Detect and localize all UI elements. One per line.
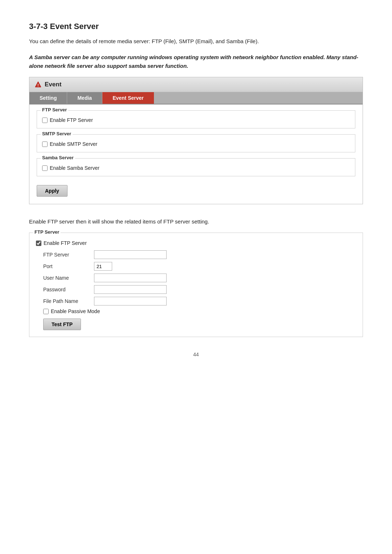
ftp-passive-checkbox[interactable] (43, 309, 49, 314)
smtp-enable-checkbox[interactable] (42, 141, 48, 147)
samba-enable-label: Enable Samba Server (50, 165, 99, 171)
samba-server-group-title: Samba Server (41, 155, 75, 160)
ftp-expanded-enable-checkbox[interactable] (36, 241, 41, 246)
event-body: FTP Server Enable FTP Server SMTP Server… (29, 104, 363, 204)
ftp-port-row: Port (43, 262, 356, 271)
ftp-port-label: Port (43, 263, 94, 269)
event-icon: ! (34, 81, 42, 88)
ftp-enable-row: Enable FTP Server (42, 117, 350, 123)
ftp-server-row: FTP Server (43, 250, 356, 259)
smtp-enable-row: Enable SMTP Server (42, 141, 350, 147)
ftp-expanded-enable-row: Enable FTP Server (36, 240, 356, 246)
ftp-server-input[interactable] (94, 250, 167, 259)
smtp-server-group-title: SMTP Server (41, 131, 73, 136)
ftp-enable-label: Enable FTP Server (50, 117, 93, 123)
ftp-fields: FTP Server Port User Name Password File … (36, 250, 356, 305)
apply-button[interactable]: Apply (37, 185, 68, 197)
ftp-password-label: Password (43, 287, 94, 292)
test-ftp-button[interactable]: Test FTP (43, 319, 81, 330)
ftp-port-input[interactable] (94, 262, 112, 271)
samba-enable-row: Enable Samba Server (42, 165, 350, 171)
ftp-password-row: Password (43, 285, 356, 294)
ftp-enable-checkbox[interactable] (42, 118, 48, 123)
page-title: 3-7-3 Event Server (29, 22, 363, 31)
tab-media[interactable]: Media (67, 92, 102, 104)
ftp-username-label: User Name (43, 275, 94, 281)
ftp-expanded-title: FTP Server (33, 229, 61, 235)
event-panel-header: ! Event (29, 77, 363, 92)
smtp-enable-label: Enable SMTP Server (50, 141, 97, 147)
ftp-expanded-enable-label: Enable FTP Server (44, 240, 87, 246)
ftp-server-group: FTP Server Enable FTP Server (37, 110, 355, 128)
samba-enable-checkbox[interactable] (42, 165, 48, 171)
ftp-filepath-input[interactable] (94, 297, 167, 305)
ftp-server-group-title: FTP Server (41, 107, 68, 112)
tab-event-server[interactable]: Event Server (102, 92, 154, 104)
ftp-passive-row: Enable Passive Mode (43, 308, 356, 314)
ftp-filepath-row: File Path Name (43, 297, 356, 305)
ftp-filepath-label: File Path Name (43, 298, 94, 304)
event-panel: ! Event Setting Media Event Server FTP S… (29, 77, 363, 204)
ftp-username-row: User Name (43, 274, 356, 282)
between-text: Enable FTP server then it will show the … (29, 217, 363, 226)
page-number: 44 (29, 352, 363, 357)
ftp-username-input[interactable] (94, 274, 167, 282)
ftp-password-input[interactable] (94, 285, 167, 294)
svg-text:!: ! (37, 83, 38, 87)
ftp-expanded-panel: FTP Server Enable FTP Server FTP Server … (29, 233, 363, 337)
samba-server-group: Samba Server Enable Samba Server (37, 158, 355, 176)
page-description: You can define the details of remote med… (29, 37, 363, 46)
event-panel-title: Event (45, 81, 61, 88)
ftp-passive-label: Enable Passive Mode (51, 308, 100, 314)
event-tabs: Setting Media Event Server (29, 92, 363, 104)
ftp-server-label: FTP Server (43, 252, 94, 258)
smtp-server-group: SMTP Server Enable SMTP Server (37, 134, 355, 152)
tab-setting[interactable]: Setting (29, 92, 67, 104)
page-note: A Samba server can be any computer runni… (29, 53, 363, 70)
